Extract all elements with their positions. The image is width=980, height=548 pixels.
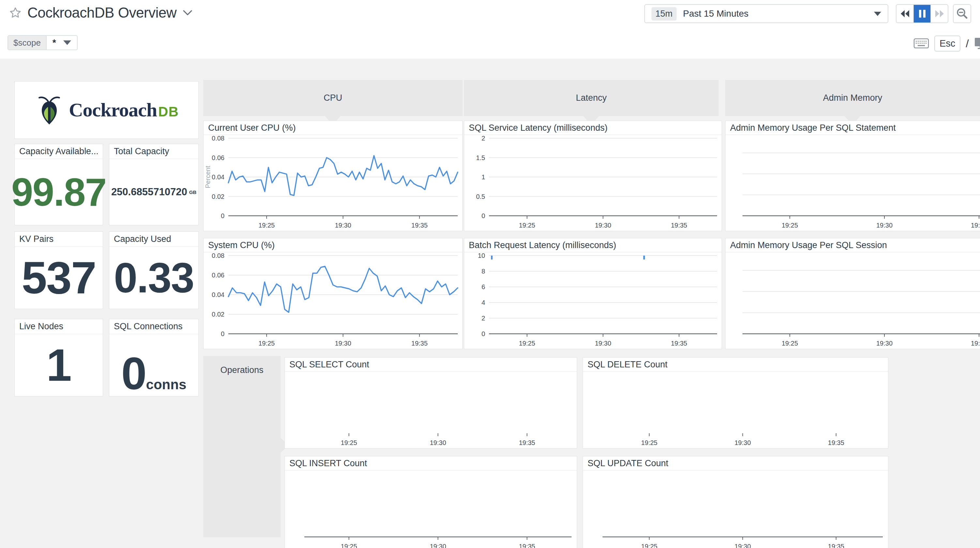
svg-text:10: 10	[478, 252, 485, 259]
svg-text:0.04: 0.04	[212, 173, 224, 181]
chart-title: SQL INSERT Count	[285, 456, 577, 470]
stat-title: KV Pairs	[15, 232, 103, 247]
svg-text:19:35: 19:35	[671, 340, 687, 347]
svg-text:19:30: 19:30	[734, 439, 751, 446]
chart-title: SQL UPDATE Count	[583, 456, 888, 470]
cockroachdb-logo-panel: CockroachDB	[14, 81, 199, 139]
group-header-latency[interactable]: Latency	[464, 80, 719, 116]
svg-text:1: 1	[482, 173, 485, 181]
svg-text:0.02: 0.02	[212, 311, 224, 318]
chart-plot-admin-memory-session[interactable]: 19:2519:3019:35	[725, 252, 980, 349]
chart-plot-sql-update-count[interactable]: 19:2519:3019:35	[583, 470, 888, 548]
svg-text:0.06: 0.06	[212, 154, 224, 161]
stat-capacity-used: Capacity Used 0.33	[109, 232, 199, 309]
svg-text:19:30: 19:30	[335, 340, 351, 347]
chart-plot-system-cpu[interactable]: 00.020.040.060.0819:2519:3019:35	[204, 252, 462, 349]
fast-forward-button[interactable]	[931, 5, 948, 22]
cockroachdb-bug-icon	[34, 92, 64, 128]
esc-key-hint: Esc	[934, 35, 961, 51]
group-header-admin-memory[interactable]: Admin Memory	[725, 80, 980, 116]
svg-text:19:35: 19:35	[971, 222, 980, 229]
group-header-operations[interactable]: Operations	[203, 356, 280, 537]
page-title: CockroachDB Overview	[27, 5, 177, 21]
slash-key-hint: /	[966, 37, 969, 50]
group-header-cpu[interactable]: CPU	[203, 80, 463, 116]
svg-text:0.06: 0.06	[212, 272, 224, 279]
svg-text:19:35: 19:35	[671, 222, 687, 229]
stat-sql-connections: SQL Connections 0conns	[109, 319, 199, 396]
svg-text:1.5: 1.5	[476, 154, 485, 161]
logo-wordmark: Cockroach	[69, 99, 157, 121]
chart-title: Admin Memory Usage Per SQL Session	[725, 238, 980, 252]
scope-variable-value: *	[52, 38, 56, 48]
svg-text:19:35: 19:35	[971, 340, 980, 347]
stat-title: Total Capacity	[109, 144, 198, 159]
scope-variable-name: $scope	[8, 36, 47, 49]
svg-text:19:30: 19:30	[876, 222, 892, 229]
chart-panel-batch-request-latency: Batch Request Latency (milliseconds) 024…	[464, 238, 722, 349]
chart-plot-current-user-cpu[interactable]: 00.020.040.060.08Percent19:2519:3019:35	[204, 135, 462, 231]
group-label-cpu: CPU	[324, 93, 342, 103]
svg-text:19:30: 19:30	[430, 439, 446, 446]
chart-plot-batch-request-latency[interactable]: 024681019:2519:3019:35	[464, 252, 722, 349]
svg-text:19:30: 19:30	[876, 340, 892, 347]
svg-text:0: 0	[221, 212, 224, 219]
stat-title: SQL Connections	[109, 319, 198, 334]
chart-title: SQL SELECT Count	[285, 357, 577, 372]
chart-panel-sql-delete-count: SQL DELETE Count 19:2519:3019:35	[583, 357, 888, 449]
stat-title: Live Nodes	[15, 319, 103, 334]
zoom-out-button[interactable]	[953, 4, 971, 23]
chart-panel-admin-memory-session: Admin Memory Usage Per SQL Session 19:25…	[725, 238, 980, 349]
svg-text:4: 4	[482, 299, 485, 306]
time-range-label: Past 15 Minutes	[683, 8, 867, 19]
keyboard-icon	[913, 38, 929, 49]
svg-text:19:30: 19:30	[595, 340, 611, 347]
svg-text:19:25: 19:25	[519, 222, 535, 229]
rewind-button[interactable]	[896, 5, 914, 22]
stat-value: 250.6855710720	[111, 186, 187, 198]
scope-variable-value-select[interactable]: *	[47, 36, 77, 49]
stat-kv-pairs: KV Pairs 537	[14, 232, 103, 309]
template-variable-scope[interactable]: $scope *	[8, 35, 78, 50]
tv-mode-icon[interactable]	[974, 37, 980, 49]
logo-wordmark-suffix: DB	[158, 104, 179, 119]
stat-value: 99.87	[11, 170, 106, 214]
svg-text:19:25: 19:25	[258, 340, 275, 347]
stat-title: Capacity Used	[109, 232, 198, 247]
chart-plot-sql-delete-count[interactable]: 19:2519:3019:35	[583, 372, 888, 448]
svg-text:6: 6	[482, 283, 485, 291]
chart-plot-admin-memory-statement[interactable]: 19:2519:3019:35	[725, 135, 980, 231]
svg-text:19:25: 19:25	[519, 340, 535, 347]
svg-text:Percent: Percent	[204, 165, 212, 188]
scope-caret-icon	[63, 40, 71, 45]
chart-plot-sql-service-latency[interactable]: 00.511.5219:2519:3019:35	[464, 135, 722, 231]
chart-plot-sql-insert-count[interactable]: 19:2519:3019:35	[285, 470, 577, 548]
chart-title: Batch Request Latency (milliseconds)	[464, 238, 722, 252]
stat-total-capacity: Total Capacity 250.6855710720GB	[109, 144, 199, 225]
chart-panel-current-user-cpu: Current User CPU (%) 00.020.040.060.08Pe…	[203, 121, 463, 231]
stat-value: 0.33	[114, 253, 194, 302]
favorite-star-icon[interactable]	[9, 6, 22, 19]
chart-panel-sql-update-count: SQL UPDATE Count 19:2519:3019:35	[583, 456, 888, 548]
group-label-admin-memory: Admin Memory	[823, 93, 883, 103]
pause-button[interactable]	[914, 5, 931, 22]
chart-panel-admin-memory-statement: Admin Memory Usage Per SQL Statement 19:…	[725, 121, 980, 231]
svg-text:0.08: 0.08	[212, 252, 224, 259]
svg-text:19:35: 19:35	[411, 222, 428, 229]
title-chevron-down-icon[interactable]	[182, 10, 193, 16]
svg-text:19:35: 19:35	[519, 439, 535, 446]
svg-text:19:30: 19:30	[734, 543, 751, 548]
chart-plot-sql-select-count[interactable]: 19:2519:3019:35	[285, 372, 577, 448]
svg-text:19:30: 19:30	[595, 222, 611, 229]
chart-title: System CPU (%)	[204, 238, 462, 252]
zoom-out-icon	[956, 7, 969, 20]
chart-panel-sql-insert-count: SQL INSERT Count 19:2519:3019:35	[285, 456, 577, 548]
group-label-operations: Operations	[203, 365, 280, 375]
svg-text:19:35: 19:35	[828, 543, 844, 548]
svg-text:0: 0	[482, 330, 485, 337]
time-range-select[interactable]: 15m Past 15 Minutes	[644, 4, 888, 23]
chart-panel-sql-select-count: SQL SELECT Count 19:2519:3019:35	[285, 357, 577, 449]
stat-title: Capacity Available...	[15, 144, 103, 159]
chart-title: Admin Memory Usage Per SQL Statement	[725, 121, 980, 135]
stat-value: 537	[22, 251, 96, 304]
